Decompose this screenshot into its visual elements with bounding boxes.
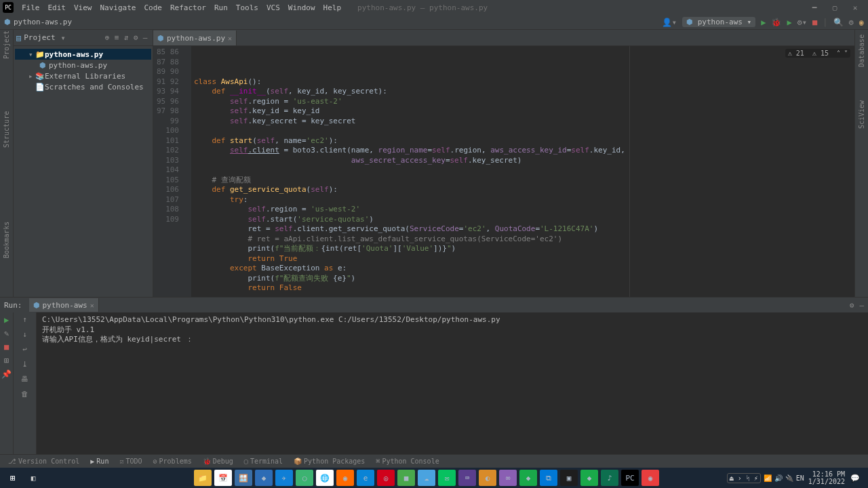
coverage-icon[interactable]: ▶ <box>787 18 791 27</box>
project-tool-tab[interactable]: Project <box>3 46 10 59</box>
taskbar-app[interactable]: ✉ <box>438 470 456 486</box>
close-icon[interactable]: ✕ <box>90 302 94 309</box>
line-number-gutter[interactable]: 85 86 87 88 89 90 91 92 93 94 95 96 97 9… <box>153 46 183 297</box>
menu-run[interactable]: Run <box>210 3 232 12</box>
menu-edit[interactable]: Edit <box>44 3 71 12</box>
tool-debug[interactable]: 🐞 Debug <box>197 458 239 465</box>
taskbar-app[interactable]: ☁ <box>418 470 435 486</box>
taskbar-app[interactable]: ▣ <box>560 470 578 486</box>
taskbar-app[interactable]: ◯ <box>296 470 313 486</box>
up-icon[interactable]: ↑ <box>20 315 31 326</box>
menu-file[interactable]: File <box>18 3 44 12</box>
close-icon[interactable]: ✕ <box>228 35 232 42</box>
tree-external-libs[interactable]: ▸📚 External Libraries <box>15 70 151 81</box>
hide-icon[interactable]: — <box>140 33 150 42</box>
window-close-icon[interactable]: ✕ <box>845 3 865 12</box>
sciview-tool-tab[interactable]: SciView <box>858 116 865 129</box>
taskbar-app[interactable]: ■ <box>397 470 415 486</box>
modify-run-icon[interactable]: ✎ <box>0 329 13 338</box>
menu-code[interactable]: Code <box>140 3 166 12</box>
settings-icon[interactable]: ⚙ <box>850 301 854 310</box>
start-button[interactable]: ⊞ <box>4 470 22 486</box>
taskbar-app[interactable]: 📅 <box>214 470 232 486</box>
debug-icon[interactable]: 🐞 <box>771 18 781 27</box>
task-view-icon[interactable]: ◧ <box>24 470 42 486</box>
user-icon[interactable]: 👤▾ <box>662 18 677 27</box>
tree-root[interactable]: ▾📁 python-aws.py <box>15 49 151 60</box>
taskbar-app[interactable]: 🌐 <box>316 470 334 486</box>
taskbar-app[interactable]: ◉ <box>336 470 354 486</box>
structure-tool-tab[interactable]: Structure <box>3 135 10 148</box>
hide-icon[interactable]: — <box>859 301 864 310</box>
settings-icon[interactable]: ⚙ <box>131 33 140 42</box>
taskbar-app[interactable]: ◆ <box>255 470 273 486</box>
tray-icon[interactable]: 🔌 <box>785 474 793 482</box>
run-output[interactable]: C:\Users\13552\AppData\Local\Programs\Py… <box>37 312 868 454</box>
menu-navigate[interactable]: Navigate <box>96 3 140 12</box>
project-tree[interactable]: ▾📁 python-aws.py ⬢ python-aws.py ▸📚 Exte… <box>14 46 153 95</box>
menu-refactor[interactable]: Refactor <box>166 3 210 12</box>
tray-icon[interactable]: 📶 <box>764 474 772 482</box>
tool-problems[interactable]: ⊘ Problems <box>148 458 197 465</box>
learn-icon[interactable]: ◉ <box>859 18 864 27</box>
menu-window[interactable]: Window <box>284 3 319 12</box>
menu-help[interactable]: Help <box>319 3 346 12</box>
taskbar-app[interactable]: ∞ <box>499 470 517 486</box>
layout-icon[interactable]: ⊞ <box>0 356 13 365</box>
scroll-to-end-icon[interactable]: ⤓ <box>20 360 31 371</box>
bookmarks-tool-tab[interactable]: Bookmarks <box>3 245 10 258</box>
database-tool-tab[interactable]: Database <box>858 54 865 67</box>
tool-version-control[interactable]: ⎇ Version Control <box>3 458 85 465</box>
project-view-title[interactable]: Project <box>24 33 60 42</box>
code-editor[interactable]: class AwsApi(): def __init__(self, key_i… <box>191 46 854 297</box>
notification-icon[interactable]: 💬 <box>846 470 864 486</box>
run-config-tab[interactable]: ⬢ python-aws ✕ <box>29 298 99 312</box>
taskbar-app[interactable]: ◉ <box>642 470 659 486</box>
expand-all-icon[interactable]: ≡ <box>112 33 121 42</box>
taskbar-app[interactable]: ◆ <box>519 470 537 486</box>
tree-file[interactable]: ⬢ python-aws.py <box>15 60 151 70</box>
run-icon[interactable]: ▶ <box>761 18 766 27</box>
pin-icon[interactable]: 📌 <box>0 369 13 379</box>
run-config-selector[interactable]: ⬢ python-aws ▾ <box>682 17 755 27</box>
stop-icon[interactable]: ■ <box>812 18 817 27</box>
tool-terminal[interactable]: ▢ Terminal <box>239 458 288 465</box>
breadcrumb[interactable]: ⬢ python-aws.py <box>4 18 72 26</box>
editor-tab[interactable]: ⬢ python-aws.py ✕ <box>153 30 237 45</box>
settings-icon[interactable]: ⚙ <box>849 18 854 27</box>
tool-python-console[interactable]: ⌘ Python Console <box>370 458 444 465</box>
taskbar-app[interactable]: ⌨ <box>458 470 476 486</box>
tray-icon[interactable]: EN <box>796 474 804 482</box>
tool-python-packages[interactable]: 📦 Python Packages <box>288 458 370 465</box>
taskbar-app[interactable]: PC <box>621 470 639 486</box>
soft-wrap-icon[interactable]: ↩ <box>20 345 31 356</box>
tool-run[interactable]: ▶ Run <box>85 458 114 465</box>
window-max-icon[interactable]: ▢ <box>825 3 845 12</box>
fold-column[interactable] <box>183 46 191 297</box>
inspection-widget[interactable]: ⚠ 21 ⚠ 15 ˄ ˅ <box>785 49 850 58</box>
taskbar-app[interactable]: 📁 <box>194 470 212 486</box>
stop-icon[interactable]: ■ <box>0 342 13 352</box>
clear-icon[interactable]: 🗑 <box>20 390 31 401</box>
taskbar-app[interactable]: ♪ <box>601 470 618 486</box>
menu-tools[interactable]: Tools <box>232 3 262 12</box>
tool-todo[interactable]: ☑ TODO <box>114 458 147 465</box>
taskbar-app[interactable]: ◎ <box>377 470 395 486</box>
down-icon[interactable]: ↓ <box>20 330 31 341</box>
print-icon[interactable]: 🖶 <box>20 375 31 386</box>
tray-icon[interactable]: 🔊 <box>774 474 783 482</box>
rerun-icon[interactable]: ▶ <box>0 315 13 325</box>
select-opened-file-icon[interactable]: ⊕ <box>102 33 112 42</box>
tree-scratches[interactable]: 📄 Scratches and Consoles <box>15 81 151 92</box>
collapse-all-icon[interactable]: ⇵ <box>121 33 131 42</box>
menu-vcs[interactable]: VCS <box>262 3 284 12</box>
system-tray[interactable]: ⏏ › ᛋ ⚡ 📶 🔊 🔌 EN <box>727 473 804 483</box>
window-min-icon[interactable]: ━ <box>804 3 825 12</box>
profile-icon[interactable]: ⚙▾ <box>797 18 807 27</box>
taskbar-app[interactable]: ◐ <box>479 470 496 486</box>
taskbar-app[interactable]: ✈ <box>275 470 293 486</box>
taskbar-app[interactable]: e <box>357 470 374 486</box>
menu-view[interactable]: View <box>70 3 96 12</box>
project-view-icon[interactable]: ▤ <box>16 33 21 43</box>
tray-overflow-icon[interactable]: ⏏ › ᛋ ⚡ <box>727 473 761 483</box>
